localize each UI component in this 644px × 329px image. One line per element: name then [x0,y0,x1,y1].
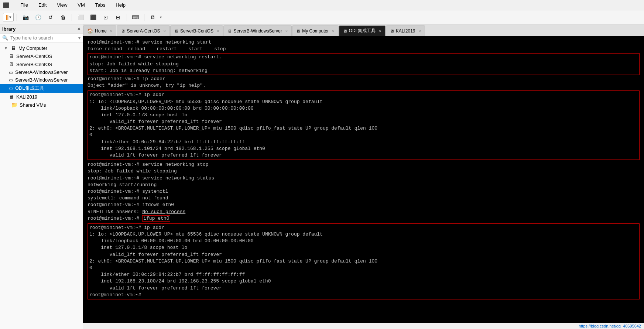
vm-icon: ▭ [9,70,13,75]
separator-3 [127,14,127,21]
pause-dropdown[interactable]: ▾ [9,15,11,19]
search-icon: 🔍 [2,35,8,41]
sidebar-close-button[interactable]: × [78,26,80,32]
main-layout: ibrary × 🔍 ▾ ▼ 🖥 My Computer 🖥 ServerA-C… [0,24,644,329]
reset-button[interactable]: ↺ [45,12,56,23]
terminal-line: root@mininet-vm:~# service networking st… [88,175,640,182]
tab-close-servera-centos[interactable]: × [163,29,165,33]
tab-mycomputer[interactable]: 🖥 My Computer × [292,25,338,36]
separator-4 [144,14,144,21]
sidebar-item-servera-centos[interactable]: 🖥 ServerA-CentOS [0,52,83,60]
sidebar-item-odl-tools[interactable]: ▭ ODL集成工具 [0,84,83,93]
sidebar-title: ibrary [2,26,16,32]
terminal-line: valid_lft forever preferred_lft forever [89,152,638,159]
vm-icon: 🖥 [9,61,14,67]
terminal-line: root@mininet-vm:~# ip addr [89,92,638,98]
sidebar-item-label: ServerB-WindowsServer [15,77,68,83]
terminal-line: start: Job is already running: networkin… [89,68,638,74]
sidebar-item-label: ServerB-CentOS [16,62,52,67]
tab-label: ServerB-WindowsServer [233,28,282,34]
terminal-line: Object "adder" is unknown, try "ip help"… [88,82,640,89]
status-url: https://blog.csdn.net/qq_40695642 [579,324,641,328]
tab-serverb-centos[interactable]: 🖥 ServerB-CentOS × [170,25,223,36]
menu-vm[interactable]: VM [75,1,87,8]
home-icon: 🏠 [87,28,93,34]
sidebar-item-serverb-windows[interactable]: ▭ ServerB-WindowsServer [0,76,83,84]
sidebar-item-mycomputer[interactable]: ▼ 🖥 My Computer [0,44,83,52]
sidebar-item-kali2019[interactable]: 🖥 KALI2019 [0,93,83,101]
snapshot-button[interactable]: 📷 [20,12,31,23]
tab-servera-centos[interactable]: 🖥 ServerA-CentOS × [117,25,169,36]
terminal-line: 0 [89,265,638,271]
vm-tab-icon: 🖥 [174,29,178,33]
sidebar-item-serverb-centos[interactable]: 🖥 ServerB-CentOS [0,60,83,68]
terminal-line: inet 192.168.23.100/24 brd 192.168.23.25… [89,278,638,285]
tab-close-odl-tools[interactable]: × [379,29,381,33]
terminal-line: root@mininet-vm:~# systemctl [88,188,640,195]
monitor-button[interactable]: 🖥 [147,12,158,23]
menu-help[interactable]: Help [113,1,128,8]
keyboard-button[interactable]: ⌨ [130,12,141,23]
sidebar-item-label: ODL集成工具 [15,85,44,92]
sidebar-tree: ▼ 🖥 My Computer 🖥 ServerA-CentOS 🖥 Serve… [0,42,83,329]
sidebar-item-label: My Computer [18,45,47,51]
discard-button[interactable]: 🗑 [58,12,69,23]
terminal-line: stop: Job failed while stopping [88,168,640,175]
terminal-line: valid_lft forever preferred_lft forever [89,251,638,258]
sidebar: ibrary × 🔍 ▾ ▼ 🖥 My Computer 🖥 ServerA-C… [0,24,83,329]
separator-1 [17,14,17,21]
tab-odl-tools[interactable]: 🖥 ODL集成工具 × [339,25,386,36]
sidebar-item-shared-vms[interactable]: 📁 Shared VMs [0,101,83,109]
scale-button[interactable]: ⊡ [100,12,111,23]
fullscreen-button[interactable]: ⬜ [75,12,86,23]
menu-tabs[interactable]: Tabs [93,1,107,8]
expand-icon: ▼ [3,46,9,50]
menu-file[interactable]: File [18,1,30,8]
terminal-line: stop: Job failed while stopping [89,61,638,68]
terminal-line: root@mininet-vm:~# ip adder [88,76,640,82]
separator-2 [72,14,72,21]
search-dropdown-icon[interactable]: ▾ [78,35,80,41]
terminal-line: root@mininet-vm:~# [89,292,638,298]
seamless-button[interactable]: ⬛ [88,12,99,23]
search-input[interactable] [10,35,76,41]
tab-home[interactable]: 🏠 Home × [83,25,116,36]
vm-icon: 🖥 [9,94,14,100]
app-logo: ⬛ [3,2,9,8]
menu-view[interactable]: View [55,1,69,8]
menu-edit[interactable]: Edit [36,1,49,8]
monitor-dropdown[interactable]: ▾ [160,15,162,19]
tab-close-mycomputer[interactable]: × [332,29,334,33]
tab-label: ServerB-CentOS [180,28,213,34]
terminal-line: link/ether 00:0c:29:84:22:b7 brd ff:ff:f… [89,271,638,278]
sidebar-item-servera-windows[interactable]: ▭ ServerA-WindowsServer [0,68,83,76]
terminal-line: RTNETLINK answers: No such process [88,209,640,215]
terminal-line: 2: eth0: <BROADCAST,MULTICAST,UP,LOWER_U… [89,125,638,132]
tab-serverb-windows[interactable]: 🖥 ServerB-WindowsServer × [223,25,292,36]
terminal[interactable]: root@mininet-vm:~# service networking st… [83,36,644,323]
vm-tab-icon: 🖥 [121,29,125,33]
vm-icon: ▭ [9,78,13,83]
vm-tab-icon: 🖥 [343,29,347,33]
pause-button[interactable]: || ▾ [3,13,14,21]
terminal-line: 1: lo: <LOOPBACK,UP,LOWER_UP> mtu 65536 … [89,231,638,238]
logs-button[interactable]: 🕐 [32,12,44,23]
terminal-line: link/loopback 00:00:00:00:00:00 brd 00:0… [89,238,638,244]
tab-close-serverb-centos[interactable]: × [217,29,219,33]
capture-button[interactable]: ⊟ [113,12,124,23]
terminal-line: inet 192.168.1.101/24 brd 192.168.1.255 … [89,145,638,152]
tab-close-serverb-windows[interactable]: × [285,29,288,33]
vm-tab-icon: 🖥 [390,29,394,33]
tab-label: ODL集成工具 [349,28,376,34]
sidebar-item-label: ServerA-CentOS [16,54,52,59]
tab-close-kali2019[interactable]: × [419,29,421,33]
tab-close-home[interactable]: × [110,29,112,33]
tabs-bar: 🏠 Home × 🖥 ServerA-CentOS × 🖥 ServerB-Ce… [83,24,644,36]
terminal-line: 2: eth0: <BROADCAST,MULTICAST,UP,LOWER_U… [89,258,638,265]
menu-bar: ⬛ File Edit View VM Tabs Help [0,0,644,10]
terminal-line: valid_lft forever preferred_lft forever [89,285,638,292]
tab-kali2019[interactable]: 🖥 KALI2019 × [386,25,425,36]
computer-icon: 🖥 [11,45,16,51]
terminal-line: link/loopback 00:00:00:00:00:00 brd 00:0… [89,105,638,112]
status-bar: https://blog.csdn.net/qq_40695642 [83,323,644,329]
